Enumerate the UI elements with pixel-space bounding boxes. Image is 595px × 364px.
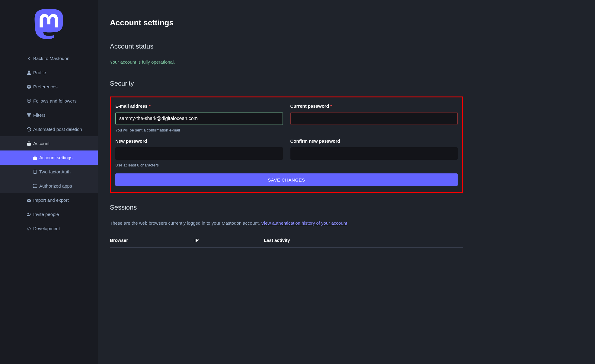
nav-filters-label: Filters bbox=[33, 112, 46, 118]
nav-follows-label: Follows and followers bbox=[33, 98, 76, 103]
nav-two-factor-auth[interactable]: Two-factor Auth bbox=[0, 165, 98, 179]
new-password-field[interactable] bbox=[115, 147, 283, 160]
required-mark: * bbox=[149, 103, 151, 109]
nav-invite-label: Invite people bbox=[33, 212, 59, 217]
nav-account[interactable]: Account bbox=[0, 136, 98, 150]
th-ip: IP bbox=[194, 238, 264, 243]
nav-account-settings[interactable]: Account settings bbox=[0, 150, 98, 165]
nav: Back to Mastodon Profile Preferences Fol… bbox=[0, 51, 98, 236]
new-password-group: New password Use at least 8 characters bbox=[115, 138, 283, 167]
nav-preferences-label: Preferences bbox=[33, 84, 58, 89]
user-icon bbox=[27, 70, 31, 75]
nav-import-export[interactable]: Import and export bbox=[0, 193, 98, 207]
page-title: Account settings bbox=[110, 18, 463, 27]
email-group: E-mail address * You will be sent a conf… bbox=[115, 103, 283, 132]
security-heading: Security bbox=[110, 80, 463, 87]
email-field[interactable] bbox=[115, 112, 283, 125]
current-password-field[interactable] bbox=[290, 112, 458, 125]
mobile-icon bbox=[33, 169, 37, 174]
nav-authorized-apps-label: Authorized apps bbox=[39, 183, 72, 188]
history-icon bbox=[27, 127, 31, 132]
confirm-password-group: Confirm new password bbox=[290, 138, 458, 167]
nav-import-export-label: Import and export bbox=[33, 198, 69, 203]
main-content: Account settings Account status Your acc… bbox=[98, 0, 475, 364]
new-password-help-text: Use at least 8 characters bbox=[115, 163, 283, 167]
nav-preferences[interactable]: Preferences bbox=[0, 80, 98, 94]
users-icon bbox=[27, 99, 31, 103]
account-status-message: Your account is fully operational. bbox=[110, 59, 463, 65]
sidebar: Back to Mastodon Profile Preferences Fol… bbox=[0, 0, 98, 364]
nav-development[interactable]: Development bbox=[0, 221, 98, 236]
nav-invite-people[interactable]: Invite people bbox=[0, 207, 98, 221]
gear-icon bbox=[27, 84, 31, 89]
nav-back[interactable]: Back to Mastodon bbox=[0, 51, 98, 65]
list-icon bbox=[33, 184, 37, 188]
nav-two-factor-label: Two-factor Auth bbox=[39, 169, 71, 174]
nav-automated-post-deletion[interactable]: Automated post deletion bbox=[0, 122, 98, 136]
nav-account-settings-label: Account settings bbox=[39, 155, 72, 160]
nav-automated-label: Automated post deletion bbox=[33, 127, 82, 132]
code-icon bbox=[27, 226, 31, 231]
invite-icon bbox=[27, 212, 31, 217]
nav-authorized-apps[interactable]: Authorized apps bbox=[0, 179, 98, 193]
email-help-text: You will be sent a confirmation e-mail bbox=[115, 128, 283, 132]
nav-profile[interactable]: Profile bbox=[0, 65, 98, 80]
nav-filters[interactable]: Filters bbox=[0, 108, 98, 122]
email-label: E-mail address * bbox=[115, 103, 283, 109]
save-changes-button[interactable]: SAVE CHANGES bbox=[115, 173, 458, 186]
nav-account-label: Account bbox=[33, 141, 50, 146]
auth-history-link[interactable]: View authentication history of your acco… bbox=[261, 220, 347, 226]
account-status-heading: Account status bbox=[110, 43, 463, 50]
nav-account-submenu: Account settings Two-factor Auth Authori… bbox=[0, 150, 98, 193]
nav-follows[interactable]: Follows and followers bbox=[0, 94, 98, 108]
nav-profile-label: Profile bbox=[33, 70, 46, 75]
nav-back-label: Back to Mastodon bbox=[33, 56, 69, 61]
th-last-activity: Last activity bbox=[264, 238, 463, 243]
security-form-highlight: E-mail address * You will be sent a conf… bbox=[110, 97, 463, 193]
lock-icon bbox=[27, 141, 31, 146]
nav-development-label: Development bbox=[33, 226, 60, 231]
current-password-group: Current password * bbox=[290, 103, 458, 132]
new-password-label: New password bbox=[115, 138, 283, 144]
cloud-download-icon bbox=[27, 198, 31, 203]
confirm-password-label: Confirm new password bbox=[290, 138, 458, 144]
sessions-table-header: Browser IP Last activity bbox=[110, 238, 463, 248]
sessions-heading: Sessions bbox=[110, 204, 463, 211]
current-password-label: Current password * bbox=[290, 103, 458, 109]
chevron-left-icon bbox=[27, 56, 31, 61]
th-browser: Browser bbox=[110, 238, 194, 243]
filter-icon bbox=[27, 113, 31, 118]
confirm-password-field[interactable] bbox=[290, 147, 458, 160]
mastodon-logo[interactable] bbox=[34, 9, 64, 39]
required-mark: * bbox=[330, 103, 332, 109]
sessions-description: These are the web browsers currently log… bbox=[110, 220, 463, 226]
lock-icon bbox=[33, 155, 37, 160]
